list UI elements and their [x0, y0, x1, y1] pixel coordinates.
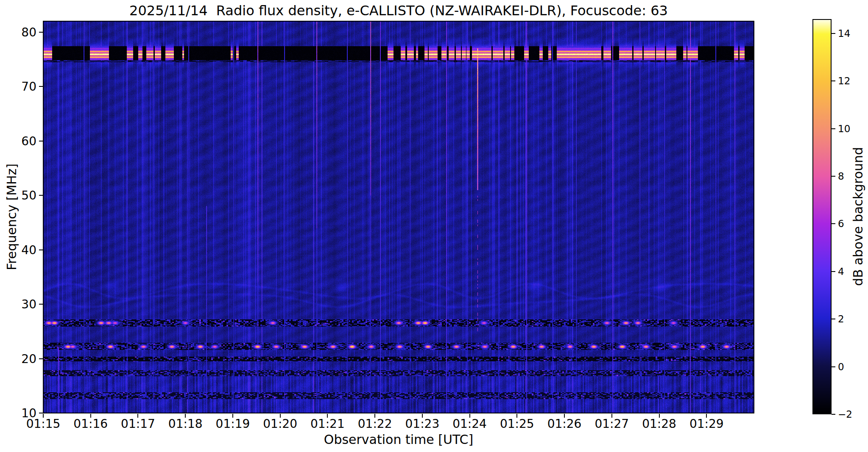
- y-tick: [39, 358, 43, 359]
- colorbar-gradient: [813, 20, 831, 413]
- y-tick: [39, 195, 43, 196]
- x-tick: [43, 414, 44, 418]
- colorbar-label: dB above background: [851, 147, 865, 286]
- x-tick-label: 01:29: [689, 417, 724, 431]
- colorbar-tick-label: 2: [838, 313, 844, 324]
- x-tick-label: 01:24: [452, 417, 487, 431]
- x-tick: [280, 414, 281, 418]
- colorbar-tick: [832, 414, 835, 415]
- y-tick: [39, 32, 43, 33]
- colorbar: [812, 19, 832, 414]
- colorbar-tick-label: 4: [838, 266, 844, 277]
- colorbar-tick-label: 10: [838, 123, 850, 134]
- colorbar-tick-label: 12: [838, 75, 850, 86]
- x-tick: [611, 414, 612, 418]
- x-tick-label: 01:17: [121, 417, 155, 431]
- x-tick-label: 01:23: [405, 417, 440, 431]
- y-tick: [39, 141, 43, 141]
- x-tick-label: 01:27: [594, 417, 629, 431]
- x-tick: [564, 414, 565, 418]
- colorbar-tick: [832, 223, 835, 224]
- colorbar-tick-label: 14: [838, 28, 850, 39]
- chart-title: 2025/11/14 Radio flux density, e-CALLIST…: [43, 3, 754, 19]
- colorbar-tick: [832, 366, 835, 367]
- x-tick: [232, 414, 233, 418]
- colorbar-tick-label: −2: [838, 409, 852, 420]
- x-tick: [185, 414, 186, 418]
- colorbar-tick: [832, 128, 835, 129]
- x-tick-label: 01:22: [358, 417, 392, 431]
- spectrogram-figure: 2025/11/14 Radio flux density, e-CALLIST…: [0, 0, 868, 452]
- x-tick-label: 01:18: [168, 417, 203, 431]
- x-tick-label: 01:19: [216, 417, 250, 431]
- colorbar-tick: [832, 80, 835, 81]
- y-tick-label: 60: [0, 134, 36, 148]
- x-tick-label: 01:16: [73, 417, 108, 431]
- x-tick: [327, 414, 328, 418]
- x-tick: [659, 414, 660, 418]
- y-tick-label: 70: [0, 80, 36, 94]
- colorbar-tick: [832, 271, 835, 272]
- x-axis-label: Observation time [UTC]: [43, 432, 754, 447]
- x-tick: [422, 414, 423, 418]
- colorbar-tick: [832, 319, 835, 319]
- colorbar-tick-label: 6: [838, 218, 844, 229]
- y-tick-label: 10: [0, 406, 36, 420]
- y-tick: [39, 304, 43, 305]
- y-tick: [39, 86, 43, 87]
- colorbar-tick-label: 8: [838, 171, 844, 182]
- colorbar-tick: [832, 176, 835, 177]
- x-tick: [706, 414, 707, 418]
- x-tick: [469, 414, 470, 418]
- x-tick: [137, 414, 138, 418]
- x-tick-label: 01:28: [642, 417, 676, 431]
- y-tick: [39, 413, 43, 413]
- spectrogram-canvas: [43, 21, 754, 413]
- y-tick: [39, 250, 43, 250]
- x-tick: [516, 414, 517, 418]
- x-tick-label: 01:21: [310, 417, 345, 431]
- x-tick-label: 01:26: [547, 417, 582, 431]
- y-tick-label: 30: [0, 297, 36, 311]
- x-tick: [374, 414, 375, 418]
- colorbar-tick-label: 0: [838, 361, 844, 372]
- colorbar-tick: [832, 33, 835, 34]
- x-tick-label: 01:20: [263, 417, 297, 431]
- y-tick-label: 20: [0, 352, 36, 366]
- y-axis-label: Frequency [MHz]: [4, 164, 19, 270]
- y-tick-label: 80: [0, 25, 36, 39]
- x-tick: [90, 414, 91, 418]
- x-tick-label: 01:25: [500, 417, 534, 431]
